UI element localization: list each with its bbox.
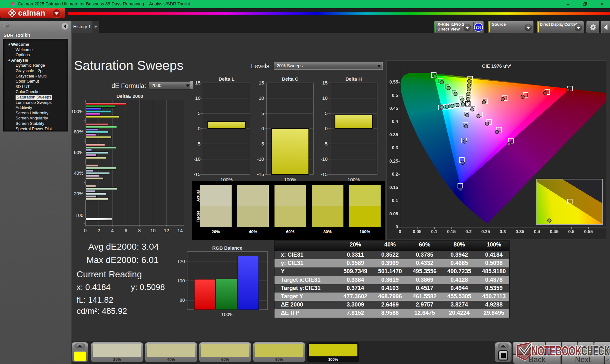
svg-text:236: 236	[476, 25, 481, 29]
svg-text:-15: -15	[194, 172, 200, 177]
svg-text:Delta L: Delta L	[219, 76, 234, 82]
svg-text:100%: 100%	[221, 312, 233, 317]
svg-text:-10: -10	[194, 156, 200, 162]
svg-text:15: 15	[259, 80, 264, 85]
svg-text:12: 12	[164, 228, 169, 233]
svg-text:100%: 100%	[71, 109, 84, 114]
svg-text:5: 5	[325, 111, 328, 116]
svg-text:14: 14	[177, 228, 183, 233]
svg-text:100: 100	[75, 212, 83, 218]
svg-text:80%: 80%	[74, 129, 83, 134]
svg-text:60%: 60%	[74, 150, 83, 155]
svg-text:40%: 40%	[74, 170, 83, 176]
svg-text:4: 4	[111, 228, 114, 233]
svg-text:-15: -15	[321, 172, 328, 177]
svg-text:100: 100	[178, 278, 185, 283]
svg-text:0: 0	[84, 228, 86, 233]
svg-text:120: 120	[178, 259, 185, 264]
svg-text:2: 2	[98, 228, 100, 233]
svg-text:Delta C: Delta C	[282, 76, 298, 82]
svg-text:0: 0	[261, 126, 264, 131]
svg-text:15: 15	[195, 80, 200, 85]
svg-text:-5: -5	[323, 141, 328, 146]
svg-text:10: 10	[259, 95, 264, 101]
svg-text:5: 5	[198, 111, 200, 116]
svg-text:CHECK: CHECK	[581, 343, 610, 358]
svg-text:Delta H: Delta H	[345, 76, 362, 82]
svg-text:-10: -10	[321, 156, 328, 162]
svg-text:6: 6	[125, 228, 127, 233]
svg-text:80: 80	[180, 297, 185, 303]
svg-text:RGB Balance: RGB Balance	[212, 246, 242, 251]
svg-text:10: 10	[322, 95, 328, 101]
svg-text:-5: -5	[260, 141, 264, 146]
svg-text:NOTEBOOK: NOTEBOOK	[531, 343, 582, 358]
svg-text:8: 8	[138, 228, 141, 233]
svg-text:-10: -10	[257, 156, 264, 162]
svg-text:10: 10	[195, 95, 200, 101]
svg-text:-5: -5	[196, 141, 200, 146]
svg-text:-15: -15	[257, 172, 264, 177]
svg-text:10: 10	[150, 228, 156, 233]
svg-text:15: 15	[322, 80, 328, 85]
svg-text:DeltaE 2000: DeltaE 2000	[116, 93, 143, 99]
svg-text:20%: 20%	[74, 191, 83, 196]
svg-text:5: 5	[261, 111, 264, 116]
svg-text:0: 0	[198, 126, 200, 131]
svg-text:0: 0	[325, 126, 328, 131]
